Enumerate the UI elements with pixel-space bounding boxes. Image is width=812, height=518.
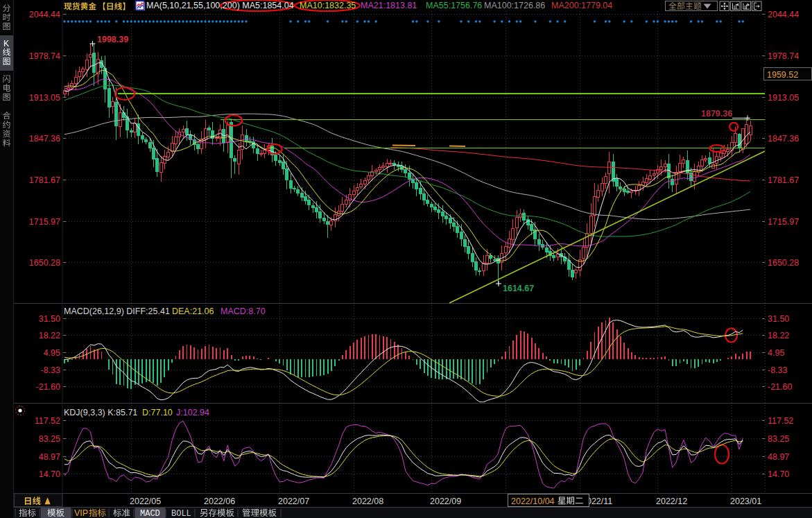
svg-text:2022/10/04: 2022/10/04 bbox=[511, 497, 555, 506]
svg-text:31.50: 31.50 bbox=[39, 314, 60, 324]
svg-text:2023/01: 2023/01 bbox=[730, 497, 761, 506]
svg-text:18.22: 18.22 bbox=[768, 331, 789, 340]
svg-text:1978.74: 1978.74 bbox=[29, 51, 60, 61]
svg-text:1847.36: 1847.36 bbox=[768, 134, 799, 144]
svg-text:1715.97: 1715.97 bbox=[29, 217, 60, 227]
svg-text:117.52: 117.52 bbox=[35, 416, 60, 426]
svg-text:-8.33: -8.33 bbox=[768, 365, 788, 375]
svg-text:-21.60: -21.60 bbox=[36, 382, 60, 392]
svg-text:2044.44: 2044.44 bbox=[29, 10, 60, 19]
svg-text:117.52: 117.52 bbox=[768, 416, 793, 426]
svg-text:1650.28: 1650.28 bbox=[29, 258, 60, 268]
svg-text:-8.33: -8.33 bbox=[41, 365, 61, 375]
svg-text:2022/07: 2022/07 bbox=[278, 497, 309, 506]
svg-text:MA100:1726.86: MA100:1726.86 bbox=[484, 1, 545, 10]
svg-text:2044.44: 2044.44 bbox=[768, 10, 799, 19]
svg-text:2022/08: 2022/08 bbox=[352, 497, 383, 506]
svg-text:2022/06: 2022/06 bbox=[204, 497, 235, 506]
svg-text:MACD:8.70: MACD:8.70 bbox=[221, 307, 266, 316]
svg-text:18.22: 18.22 bbox=[39, 331, 60, 340]
svg-text:K: K bbox=[3, 39, 9, 49]
svg-text:1959.52: 1959.52 bbox=[767, 70, 798, 80]
svg-text:MA10:1832.35: MA10:1832.35 bbox=[300, 1, 356, 10]
svg-text:1614.67: 1614.67 bbox=[503, 284, 534, 293]
svg-text:4.95: 4.95 bbox=[768, 348, 784, 358]
svg-text:4.95: 4.95 bbox=[44, 348, 60, 358]
svg-text:83.25: 83.25 bbox=[39, 434, 60, 444]
svg-text:J:102.94: J:102.94 bbox=[176, 408, 209, 417]
svg-text:KDJ(9,3,3) K:85.71: KDJ(9,3,3) K:85.71 bbox=[64, 408, 137, 417]
svg-text:MA55:1756.76: MA55:1756.76 bbox=[426, 1, 482, 10]
svg-text:D:77.10: D:77.10 bbox=[142, 408, 173, 417]
svg-text:1650.28: 1650.28 bbox=[768, 258, 799, 268]
svg-text:1913.05: 1913.05 bbox=[29, 93, 60, 103]
svg-text:MA200:1779.04: MA200:1779.04 bbox=[551, 1, 612, 10]
svg-text:1998.39: 1998.39 bbox=[97, 35, 128, 44]
svg-text:1781.67: 1781.67 bbox=[768, 175, 799, 185]
svg-text:BOLL: BOLL bbox=[171, 509, 191, 518]
svg-text:MACD(26,12,9) DIFF:25.41: MACD(26,12,9) DIFF:25.41 bbox=[64, 307, 170, 316]
svg-text:VIP: VIP bbox=[74, 508, 88, 518]
svg-text:2022/05: 2022/05 bbox=[130, 497, 161, 506]
svg-text:1879.36: 1879.36 bbox=[701, 109, 732, 119]
svg-text:MA21:1813.81: MA21:1813.81 bbox=[361, 1, 417, 10]
svg-text:2022/09: 2022/09 bbox=[430, 497, 461, 506]
svg-text:31.50: 31.50 bbox=[768, 314, 789, 324]
svg-text:2022/12: 2022/12 bbox=[656, 497, 687, 506]
svg-text:48.97: 48.97 bbox=[768, 452, 789, 462]
svg-text:MACD: MACD bbox=[140, 509, 160, 518]
svg-text:83.25: 83.25 bbox=[768, 434, 789, 444]
svg-text:14.70: 14.70 bbox=[39, 469, 60, 479]
svg-text:1715.97: 1715.97 bbox=[768, 217, 799, 227]
svg-text:1847.36: 1847.36 bbox=[29, 134, 60, 144]
svg-text:48.97: 48.97 bbox=[39, 452, 60, 462]
svg-text:1781.67: 1781.67 bbox=[29, 175, 60, 185]
svg-text:DEA:21.06: DEA:21.06 bbox=[172, 307, 214, 316]
svg-text:1913.05: 1913.05 bbox=[768, 93, 799, 103]
svg-text:1978.74: 1978.74 bbox=[768, 51, 799, 61]
svg-text:MA(5,10,21,55,100,200) MA5:18: MA(5,10,21,55,100,200) MA5:1854.04 bbox=[146, 1, 294, 10]
svg-text:14.70: 14.70 bbox=[768, 469, 789, 479]
svg-text:-21.60: -21.60 bbox=[768, 382, 792, 392]
